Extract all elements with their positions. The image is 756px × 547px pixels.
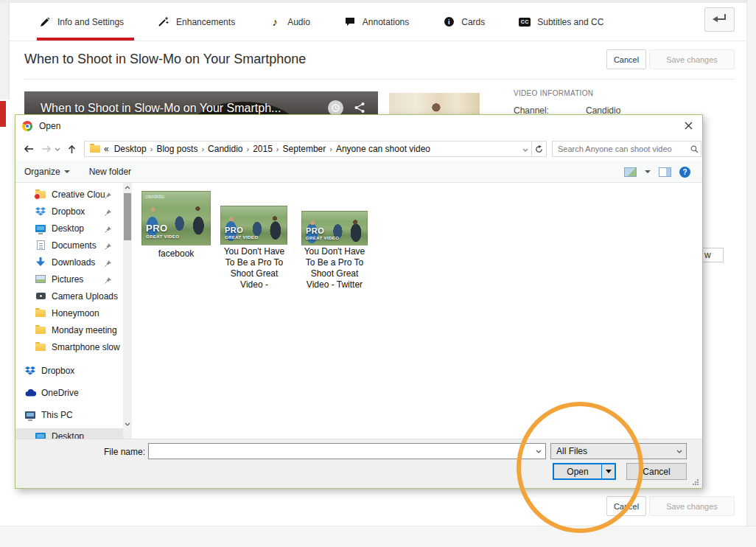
tab-audio[interactable]: ♪ Audio [269, 3, 310, 41]
folder-icon [35, 324, 46, 336]
nav-up-icon[interactable] [65, 142, 78, 156]
new-folder-label: New folder [89, 167, 131, 177]
open-split-dropdown-icon[interactable] [601, 464, 615, 478]
search-field[interactable] [552, 141, 701, 157]
this-pc-icon [24, 409, 36, 421]
nav-forward-icon[interactable] [40, 142, 53, 156]
breadcrumb-item[interactable]: Candidio [204, 144, 246, 154]
sidebar-item-honeymoon[interactable]: Honeymoon [15, 304, 123, 321]
save-changes-button-top[interactable]: Save changes [649, 49, 735, 69]
new-folder-button[interactable]: New folder [89, 167, 131, 177]
cancel-button-top[interactable]: Cancel [606, 49, 646, 69]
tab-info-and-settings[interactable]: Info and Settings [39, 3, 124, 41]
editor-tab-bar: Info and Settings Enhancements ♪ Audio A… [10, 3, 746, 41]
sidebar-item-dropbox-root[interactable]: Dropbox [15, 362, 123, 379]
file-name-combo[interactable] [148, 443, 546, 459]
sidebar-item-this-pc[interactable]: This PC [15, 406, 123, 423]
player-video-title: When to Shoot in Slow-Mo on Your Smartph… [41, 102, 281, 115]
page-left-strip [0, 3, 10, 100]
thumbnail-overlay-text: GREAT VIDEO [225, 235, 258, 240]
view-dropdown-icon[interactable] [645, 170, 651, 173]
magic-wand-icon [158, 16, 169, 28]
thumbnail-overlay-text: GREAT VIDEO [306, 236, 339, 240]
address-breadcrumb-bar[interactable]: « Desktop › Blog posts › Candidio › 2015… [84, 141, 532, 157]
file-caption[interactable]: You Don't Have To Be a Pro To Shoot Grea… [219, 246, 290, 290]
change-view-icon[interactable] [624, 167, 637, 177]
close-icon[interactable] [679, 116, 698, 134]
tab-annotations[interactable]: Annotations [344, 3, 409, 41]
red-edge-strip [0, 101, 6, 127]
open-button-label: Open [554, 464, 601, 478]
dialog-title-bar[interactable]: Open [15, 115, 702, 137]
file-caption[interactable]: facebook [136, 248, 217, 259]
sidebar-item-camera-uploads[interactable]: Camera Uploads [15, 288, 123, 304]
dialog-cancel-button[interactable]: Cancel [626, 463, 687, 480]
tab-label: Audio [287, 17, 310, 27]
dialog-bottom-bar: File name: All Files Open Cancel [15, 439, 702, 488]
pin-icon [105, 259, 111, 269]
cc-icon: CC [519, 16, 531, 28]
breadcrumb-item[interactable]: Anyone can shoot video [332, 144, 434, 154]
share-icon[interactable] [351, 100, 368, 116]
title-divider [24, 79, 735, 80]
breadcrumb-item[interactable]: September [279, 144, 330, 154]
sidebar-item-desktop-pinned[interactable]: Desktop [15, 220, 123, 237]
cancel-button-bottom[interactable]: Cancel [606, 496, 646, 516]
organize-menu-button[interactable]: Organize [24, 167, 70, 177]
chrome-icon [22, 121, 32, 131]
preview-pane-icon[interactable] [659, 167, 671, 177]
file-type-select[interactable]: All Files [550, 443, 687, 459]
file-thumbnail-facebook[interactable]: candidio PRO GREAT VIDEO [141, 191, 211, 245]
tab-enhancements[interactable]: Enhancements [158, 3, 235, 41]
breadcrumb-item[interactable]: 2015 [249, 144, 276, 154]
tab-label: Annotations [363, 17, 409, 27]
tab-cards[interactable]: i Cards [443, 3, 485, 41]
file-thumbnail-pro-video-twitter[interactable]: PRO GREAT VIDEO [301, 211, 368, 245]
page-scrollbar-strip[interactable] [746, 0, 756, 526]
sidebar-item-creative-cloud[interactable]: Creative Clou [15, 186, 123, 203]
breadcrumb-overflow[interactable]: « [101, 144, 111, 154]
resize-grip[interactable] [693, 479, 699, 485]
help-icon[interactable]: ? [679, 167, 690, 178]
pin-icon [105, 191, 111, 201]
watch-later-clock-icon[interactable] [327, 100, 343, 116]
file-name-input[interactable] [149, 446, 532, 456]
sidebar-item-monday-meeting[interactable]: Monday meeting [15, 321, 123, 338]
dialog-navigation-bar: « Desktop › Blog posts › Candidio › 2015… [15, 137, 702, 161]
navigation-sidebar: Creative Clou Dropbox Desktop Documents [15, 183, 123, 439]
open-button[interactable]: Open [553, 463, 616, 480]
desktop-icon [35, 223, 46, 234]
save-changes-button-bottom[interactable]: Save changes [649, 496, 735, 516]
file-thumbnail-pro-video[interactable]: PRO GREAT VIDEO [220, 206, 287, 245]
tab-label: Cards [461, 17, 485, 27]
folder-icon [35, 341, 46, 353]
thumbnail-overlay-text: GREAT VIDEO [146, 234, 179, 239]
file-list-area[interactable]: candidio PRO GREAT VIDEO facebook PRO GR… [123, 183, 702, 439]
sidebar-item-downloads[interactable]: Downloads [15, 254, 123, 271]
breadcrumb-item[interactable]: Blog posts [153, 144, 201, 154]
refresh-icon[interactable] [532, 141, 547, 157]
thumbnail-watermark: candidio [145, 194, 164, 199]
file-caption[interactable]: You Don't Have To Be a Pro To Shoot Grea… [299, 246, 370, 290]
organize-label: Organize [24, 167, 60, 177]
nav-history-chevron-icon[interactable] [53, 142, 62, 156]
search-input[interactable] [553, 144, 687, 153]
creative-cloud-folder-icon [35, 189, 46, 201]
sidebar-item-dropbox-pinned[interactable]: Dropbox [15, 203, 123, 220]
tab-label: Subtitles and CC [537, 17, 603, 27]
search-icon[interactable] [687, 142, 701, 156]
nav-back-icon[interactable] [22, 142, 35, 156]
speech-bubble-icon [344, 16, 356, 28]
breadcrumb-dropdown-icon[interactable] [522, 144, 528, 154]
desktop-icon [35, 431, 46, 439]
sidebar-item-smartphone-slow[interactable]: Smartphone slow [15, 338, 123, 355]
sidebar-item-documents[interactable]: Documents [15, 237, 123, 254]
sidebar-item-pictures[interactable]: Pictures [15, 271, 123, 288]
sidebar-item-desktop-selected[interactable]: Desktop [15, 428, 123, 439]
sidebar-item-onedrive[interactable]: OneDrive [15, 384, 123, 401]
back-to-video-button[interactable] [704, 7, 735, 32]
chevron-down-icon[interactable] [532, 450, 545, 453]
tab-subtitles-and-cc[interactable]: CC Subtitles and CC [519, 3, 603, 41]
breadcrumb-item[interactable]: Desktop [111, 144, 150, 154]
dropbox-icon [35, 206, 46, 217]
